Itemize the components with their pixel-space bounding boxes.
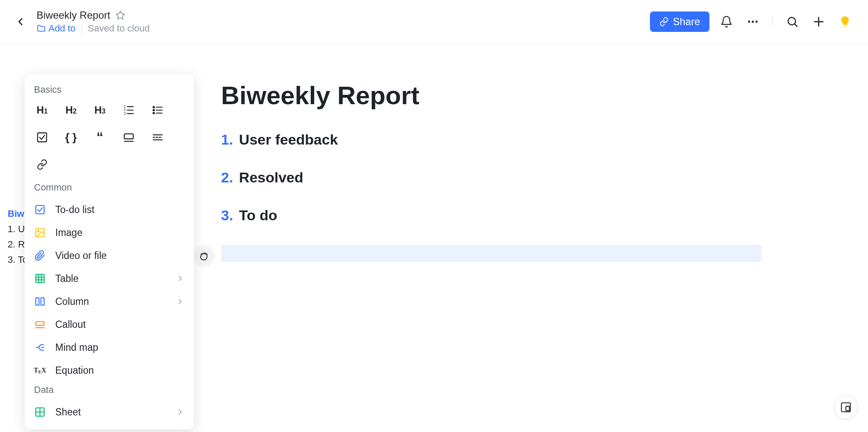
- insert-mindmap[interactable]: Mind map: [25, 336, 194, 359]
- item-label: Mind map: [55, 342, 98, 353]
- bullet-list-button[interactable]: [149, 101, 167, 119]
- item-label: Callout: [55, 319, 86, 330]
- mindmap-icon: [34, 342, 45, 353]
- svg-rect-36: [36, 322, 44, 326]
- link-icon: [659, 17, 669, 26]
- page-title[interactable]: Biweekly Report: [221, 81, 757, 110]
- ordered-list-button[interactable]: 123: [120, 101, 138, 119]
- add-to-label: Add to: [48, 23, 76, 34]
- more-horizontal-icon: [746, 15, 759, 28]
- insert-equation[interactable]: TEX Equation: [25, 359, 194, 382]
- h1-button[interactable]: H1: [33, 101, 51, 119]
- svg-point-28: [38, 230, 39, 232]
- insert-todo-list[interactable]: To-do list: [25, 198, 194, 221]
- list-text: User feedback: [239, 131, 338, 148]
- list-number: 3.: [221, 207, 233, 224]
- svg-marker-0: [116, 11, 125, 19]
- header-right: Share: [650, 11, 854, 32]
- common-section-label: Common: [25, 179, 194, 198]
- star-button[interactable]: [115, 10, 125, 20]
- back-button[interactable]: [12, 13, 29, 30]
- ordered-list-icon: 123: [123, 104, 135, 116]
- svg-rect-26: [36, 205, 44, 214]
- numbered-heading[interactable]: 2. Resolved: [221, 169, 757, 186]
- svg-point-15: [153, 109, 155, 111]
- lightbulb-icon: [839, 15, 851, 28]
- quote-button[interactable]: “: [91, 128, 109, 146]
- checkbox-icon: [36, 131, 48, 143]
- grab-hand-icon: [198, 250, 210, 262]
- item-label: Table: [55, 273, 79, 284]
- basics-grid: H1 H2 H3 123 { } “: [25, 100, 194, 179]
- numbered-heading[interactable]: 3. To do: [221, 207, 757, 224]
- checkbox-button[interactable]: [33, 128, 51, 146]
- search-icon: [786, 15, 799, 28]
- chevron-right-icon: [176, 274, 184, 283]
- svg-point-2: [752, 21, 754, 23]
- item-label: Video or file: [55, 250, 107, 261]
- attachment-icon: [34, 250, 45, 261]
- svg-point-3: [755, 21, 757, 23]
- svg-rect-21: [125, 134, 133, 139]
- item-label: Sheet: [55, 406, 81, 418]
- svg-rect-35: [41, 298, 44, 305]
- share-button[interactable]: Share: [650, 11, 709, 32]
- grab-cursor-indicator: [192, 244, 216, 268]
- insert-bitable[interactable]: Bitable: [25, 423, 194, 429]
- star-icon: [115, 10, 125, 20]
- h2-button[interactable]: H2: [62, 101, 80, 119]
- header-left: Biweekly Report Add to Saved to cloud: [12, 9, 150, 34]
- equation-icon: TEX: [34, 367, 46, 374]
- card-button[interactable]: [120, 128, 138, 146]
- divider-button[interactable]: [149, 128, 167, 146]
- item-label: Column: [55, 296, 89, 307]
- insert-callout[interactable]: Callout: [25, 313, 194, 336]
- item-label: Bitable: [55, 429, 85, 430]
- save-status: Saved to cloud: [88, 23, 150, 34]
- chevron-right-icon: [176, 297, 184, 306]
- sheet-icon: [34, 406, 45, 418]
- checkbox-icon: [34, 204, 45, 215]
- image-icon: [34, 227, 45, 238]
- table-icon: [34, 273, 45, 284]
- svg-line-5: [795, 24, 797, 27]
- outline-panel-icon: [840, 401, 852, 413]
- document-body[interactable]: Biweekly Report 1. User feedback 2. Reso…: [221, 81, 757, 262]
- h2-icon: H2: [65, 104, 77, 116]
- layout-card-icon: [123, 131, 135, 143]
- insert-table[interactable]: Table: [25, 267, 194, 290]
- plus-icon: [812, 15, 825, 28]
- data-list: Sheet Bitable: [25, 401, 194, 429]
- add-button[interactable]: [809, 12, 828, 31]
- bullet-list-icon: [152, 104, 164, 116]
- notifications-button[interactable]: [717, 12, 736, 31]
- common-list: To-do list Image Video or file Table Col…: [25, 198, 194, 382]
- svg-rect-46: [846, 406, 849, 411]
- insert-video-file[interactable]: Video or file: [25, 244, 194, 267]
- code-block-icon: { }: [65, 131, 77, 144]
- numbered-heading[interactable]: 1. User feedback: [221, 131, 757, 148]
- link-button[interactable]: [33, 156, 51, 173]
- divider-icon: [152, 131, 164, 143]
- idea-button[interactable]: [836, 12, 854, 31]
- callout-icon: [34, 319, 45, 330]
- bell-icon: [720, 15, 733, 28]
- list-number: 1.: [221, 131, 233, 148]
- code-block-button[interactable]: { }: [62, 128, 80, 146]
- search-button[interactable]: [783, 12, 802, 31]
- outline-toggle-button[interactable]: [834, 395, 858, 419]
- h3-button[interactable]: H3: [91, 101, 109, 119]
- header: Biweekly Report Add to Saved to cloud Sh…: [0, 0, 868, 44]
- folder-icon: [37, 24, 46, 33]
- svg-text:3: 3: [124, 112, 126, 116]
- add-to-button[interactable]: Add to: [37, 23, 76, 34]
- doc-title[interactable]: Biweekly Report: [37, 9, 110, 21]
- insert-sheet[interactable]: Sheet: [25, 401, 194, 423]
- more-button[interactable]: [743, 12, 762, 31]
- chevron-right-icon: [176, 408, 184, 416]
- insert-image[interactable]: Image: [25, 221, 194, 244]
- columns-icon: [34, 296, 45, 307]
- active-block-highlight[interactable]: [221, 245, 762, 262]
- insert-column[interactable]: Column: [25, 290, 194, 313]
- list-text: Resolved: [239, 169, 303, 186]
